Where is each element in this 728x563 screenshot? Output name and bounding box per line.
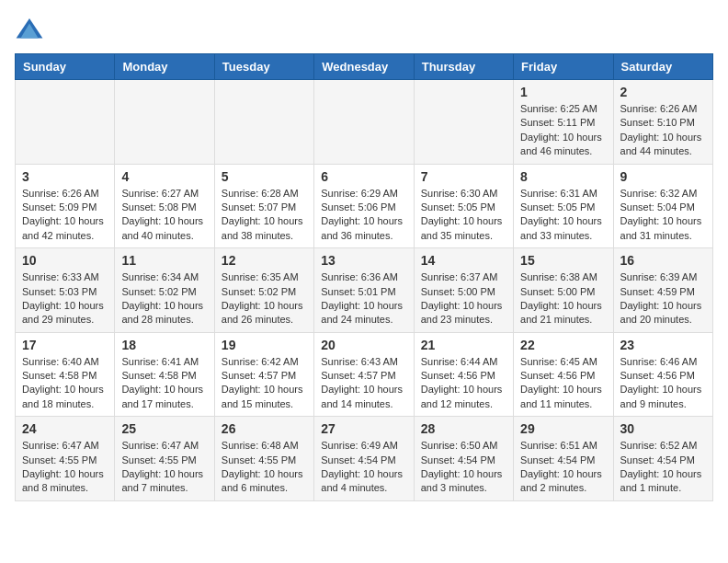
cell-content: Sunrise: 6:31 AM Sunset: 5:05 PM Dayligh… (520, 187, 606, 244)
cell-content: Sunrise: 6:46 AM Sunset: 4:56 PM Dayligh… (620, 355, 706, 412)
day-number: 12 (222, 253, 307, 268)
day-number: 4 (121, 169, 207, 184)
cell-content: Sunrise: 6:51 AM Sunset: 4:54 PM Dayligh… (520, 439, 606, 496)
calendar-cell (16, 80, 115, 165)
day-number: 9 (620, 169, 706, 184)
cell-content: Sunrise: 6:40 AM Sunset: 4:58 PM Dayligh… (22, 355, 108, 412)
day-number: 29 (520, 421, 606, 436)
weekday-header-monday: Monday (115, 54, 214, 80)
calendar-cell: 8Sunrise: 6:31 AM Sunset: 5:05 PM Daylig… (514, 164, 613, 248)
logo (15, 15, 50, 44)
cell-content: Sunrise: 6:47 AM Sunset: 4:55 PM Dayligh… (22, 439, 108, 496)
calendar-cell: 6Sunrise: 6:29 AM Sunset: 5:06 PM Daylig… (314, 164, 414, 248)
calendar-cell: 19Sunrise: 6:42 AM Sunset: 4:57 PM Dayli… (214, 332, 313, 417)
weekday-header-wednesday: Wednesday (314, 54, 414, 80)
logo-icon (15, 15, 44, 44)
calendar-cell: 17Sunrise: 6:40 AM Sunset: 4:58 PM Dayli… (16, 332, 115, 417)
weekday-header-sunday: Sunday (16, 54, 115, 80)
week-row-2: 3Sunrise: 6:26 AM Sunset: 5:09 PM Daylig… (16, 164, 713, 248)
cell-content: Sunrise: 6:33 AM Sunset: 5:03 PM Dayligh… (22, 270, 108, 327)
day-number: 15 (520, 253, 606, 268)
calendar-cell: 24Sunrise: 6:47 AM Sunset: 4:55 PM Dayli… (16, 417, 115, 501)
calendar-cell: 9Sunrise: 6:32 AM Sunset: 5:04 PM Daylig… (613, 164, 712, 248)
calendar-cell: 13Sunrise: 6:36 AM Sunset: 5:01 PM Dayli… (314, 248, 414, 333)
week-row-1: 1Sunrise: 6:25 AM Sunset: 5:11 PM Daylig… (16, 80, 713, 165)
calendar-cell: 26Sunrise: 6:48 AM Sunset: 4:55 PM Dayli… (214, 417, 313, 501)
cell-content: Sunrise: 6:36 AM Sunset: 5:01 PM Dayligh… (321, 270, 406, 327)
day-number: 20 (321, 338, 406, 352)
calendar-cell (314, 80, 414, 165)
day-number: 11 (121, 253, 207, 268)
cell-content: Sunrise: 6:35 AM Sunset: 5:02 PM Dayligh… (222, 270, 307, 327)
calendar-cell (414, 80, 513, 165)
day-number: 25 (121, 421, 207, 436)
cell-content: Sunrise: 6:26 AM Sunset: 5:09 PM Dayligh… (22, 187, 108, 244)
cell-content: Sunrise: 6:26 AM Sunset: 5:10 PM Dayligh… (620, 102, 706, 159)
calendar-cell: 5Sunrise: 6:28 AM Sunset: 5:07 PM Daylig… (214, 164, 313, 248)
day-number: 14 (421, 253, 506, 268)
cell-content: Sunrise: 6:41 AM Sunset: 4:58 PM Dayligh… (121, 355, 207, 412)
calendar-cell: 22Sunrise: 6:45 AM Sunset: 4:56 PM Dayli… (514, 332, 613, 417)
day-number: 3 (22, 169, 108, 184)
calendar-cell: 1Sunrise: 6:25 AM Sunset: 5:11 PM Daylig… (514, 80, 613, 165)
weekday-header-tuesday: Tuesday (214, 54, 313, 80)
cell-content: Sunrise: 6:52 AM Sunset: 4:54 PM Dayligh… (620, 439, 706, 496)
calendar-cell: 29Sunrise: 6:51 AM Sunset: 4:54 PM Dayli… (514, 417, 613, 501)
cell-content: Sunrise: 6:45 AM Sunset: 4:56 PM Dayligh… (520, 355, 606, 412)
calendar-cell: 10Sunrise: 6:33 AM Sunset: 5:03 PM Dayli… (16, 248, 115, 333)
calendar-cell (214, 80, 313, 165)
cell-content: Sunrise: 6:28 AM Sunset: 5:07 PM Dayligh… (222, 187, 307, 244)
day-number: 18 (121, 338, 207, 352)
calendar-cell: 21Sunrise: 6:44 AM Sunset: 4:56 PM Dayli… (414, 332, 513, 417)
weekday-header-friday: Friday (514, 54, 613, 80)
day-number: 1 (520, 85, 606, 99)
cell-content: Sunrise: 6:50 AM Sunset: 4:54 PM Dayligh… (421, 439, 506, 496)
day-number: 2 (620, 85, 706, 99)
calendar-cell: 4Sunrise: 6:27 AM Sunset: 5:08 PM Daylig… (115, 164, 214, 248)
day-number: 5 (222, 169, 307, 184)
cell-content: Sunrise: 6:32 AM Sunset: 5:04 PM Dayligh… (620, 187, 706, 244)
calendar-cell: 23Sunrise: 6:46 AM Sunset: 4:56 PM Dayli… (613, 332, 712, 417)
week-row-3: 10Sunrise: 6:33 AM Sunset: 5:03 PM Dayli… (16, 248, 713, 333)
calendar-cell: 12Sunrise: 6:35 AM Sunset: 5:02 PM Dayli… (214, 248, 313, 333)
calendar-table: SundayMondayTuesdayWednesdayThursdayFrid… (15, 53, 713, 501)
week-row-5: 24Sunrise: 6:47 AM Sunset: 4:55 PM Dayli… (16, 417, 713, 501)
cell-content: Sunrise: 6:27 AM Sunset: 5:08 PM Dayligh… (121, 187, 207, 244)
cell-content: Sunrise: 6:47 AM Sunset: 4:55 PM Dayligh… (121, 439, 207, 496)
weekday-header-row: SundayMondayTuesdayWednesdayThursdayFrid… (16, 54, 713, 80)
cell-content: Sunrise: 6:48 AM Sunset: 4:55 PM Dayligh… (222, 439, 307, 496)
header (15, 15, 713, 44)
weekday-header-thursday: Thursday (414, 54, 513, 80)
cell-content: Sunrise: 6:42 AM Sunset: 4:57 PM Dayligh… (222, 355, 307, 412)
calendar-cell: 25Sunrise: 6:47 AM Sunset: 4:55 PM Dayli… (115, 417, 214, 501)
calendar-cell: 15Sunrise: 6:38 AM Sunset: 5:00 PM Dayli… (514, 248, 613, 333)
day-number: 21 (421, 338, 506, 352)
day-number: 17 (22, 338, 108, 352)
cell-content: Sunrise: 6:29 AM Sunset: 5:06 PM Dayligh… (321, 187, 406, 244)
day-number: 10 (22, 253, 108, 268)
calendar-cell: 3Sunrise: 6:26 AM Sunset: 5:09 PM Daylig… (16, 164, 115, 248)
calendar-cell: 11Sunrise: 6:34 AM Sunset: 5:02 PM Dayli… (115, 248, 214, 333)
calendar-cell: 7Sunrise: 6:30 AM Sunset: 5:05 PM Daylig… (414, 164, 513, 248)
cell-content: Sunrise: 6:43 AM Sunset: 4:57 PM Dayligh… (321, 355, 406, 412)
calendar-cell: 30Sunrise: 6:52 AM Sunset: 4:54 PM Dayli… (613, 417, 712, 501)
cell-content: Sunrise: 6:44 AM Sunset: 4:56 PM Dayligh… (421, 355, 506, 412)
cell-content: Sunrise: 6:30 AM Sunset: 5:05 PM Dayligh… (421, 187, 506, 244)
calendar-cell: 2Sunrise: 6:26 AM Sunset: 5:10 PM Daylig… (613, 80, 712, 165)
cell-content: Sunrise: 6:25 AM Sunset: 5:11 PM Dayligh… (520, 102, 606, 159)
day-number: 22 (520, 338, 606, 352)
cell-content: Sunrise: 6:49 AM Sunset: 4:54 PM Dayligh… (321, 439, 406, 496)
calendar-cell: 27Sunrise: 6:49 AM Sunset: 4:54 PM Dayli… (314, 417, 414, 501)
day-number: 16 (620, 253, 706, 268)
calendar-cell: 20Sunrise: 6:43 AM Sunset: 4:57 PM Dayli… (314, 332, 414, 417)
cell-content: Sunrise: 6:37 AM Sunset: 5:00 PM Dayligh… (421, 270, 506, 327)
day-number: 13 (321, 253, 406, 268)
calendar-cell: 14Sunrise: 6:37 AM Sunset: 5:00 PM Dayli… (414, 248, 513, 333)
day-number: 27 (321, 421, 406, 436)
cell-content: Sunrise: 6:38 AM Sunset: 5:00 PM Dayligh… (520, 270, 606, 327)
calendar-cell (115, 80, 214, 165)
calendar-cell: 18Sunrise: 6:41 AM Sunset: 4:58 PM Dayli… (115, 332, 214, 417)
calendar-cell: 28Sunrise: 6:50 AM Sunset: 4:54 PM Dayli… (414, 417, 513, 501)
cell-content: Sunrise: 6:39 AM Sunset: 4:59 PM Dayligh… (620, 270, 706, 327)
day-number: 6 (321, 169, 406, 184)
